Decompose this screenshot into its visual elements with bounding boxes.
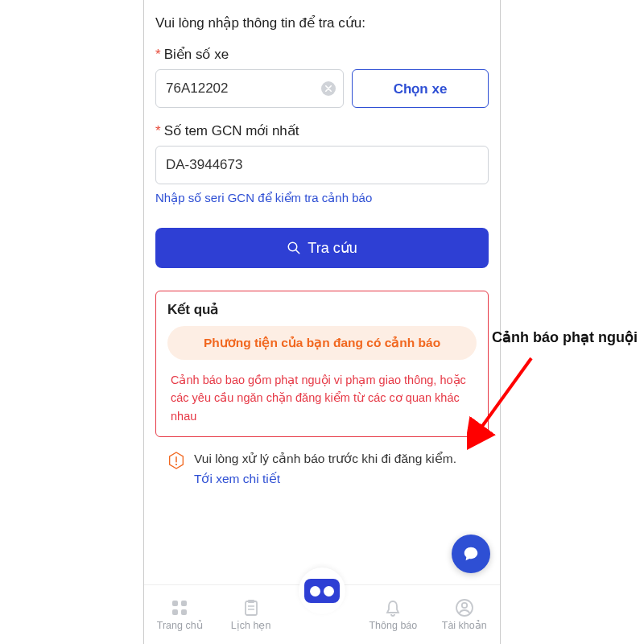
- plate-label: *Biển số xe: [155, 46, 489, 63]
- user-icon: [455, 598, 474, 617]
- clear-plate-icon[interactable]: [321, 81, 336, 96]
- result-box: Kết quả Phương tiện của bạn đang có cảnh…: [155, 291, 489, 437]
- warning-detail: Cảnh báo bao gồm phạt nguội vi phạm giao…: [167, 371, 477, 425]
- svg-rect-4: [172, 601, 178, 606]
- tab-notifications-label: Thông báo: [369, 620, 417, 631]
- svg-rect-5: [181, 601, 187, 606]
- tab-home-label: Trang chủ: [157, 619, 203, 631]
- action-row: Vui lòng xử lý cảnh báo trước khi đi đăn…: [155, 437, 489, 485]
- clipboard-icon: [242, 598, 261, 617]
- gcn-label: *Số tem GCN mới nhất: [155, 122, 489, 139]
- chat-icon: [462, 545, 480, 563]
- search-button[interactable]: Tra cứu: [155, 228, 489, 268]
- required-star: *: [155, 123, 161, 138]
- plate-label-text: Biển số xe: [164, 47, 229, 62]
- svg-point-13: [462, 603, 467, 608]
- tabbar: Trang chủ Lịch hẹn Thông báo Tài khoản: [144, 584, 500, 644]
- svg-rect-6: [172, 609, 178, 615]
- view-detail-link[interactable]: Tới xem chi tiết: [194, 472, 456, 486]
- action-text: Vui lòng xử lý cảnh báo trước khi đi đăn…: [194, 450, 456, 468]
- warning-pill: Phương tiện của bạn đang có cảnh báo: [167, 326, 477, 360]
- form-prompt: Vui lòng nhập thông tin để tra cứu:: [155, 14, 489, 31]
- tab-home[interactable]: Trang chủ: [147, 598, 212, 631]
- result-title: Kết quả: [167, 301, 477, 318]
- search-button-label: Tra cứu: [308, 239, 357, 257]
- gcn-input[interactable]: [155, 146, 489, 184]
- tab-notifications[interactable]: Thông báo: [361, 599, 425, 631]
- svg-rect-7: [181, 609, 187, 615]
- tab-account[interactable]: Tài khoản: [432, 598, 497, 631]
- tab-schedule[interactable]: Lịch hẹn: [219, 598, 283, 631]
- alert-hexagon-icon: [168, 452, 184, 469]
- tab-account-label: Tài khoản: [442, 619, 487, 631]
- chat-fab[interactable]: [452, 535, 490, 573]
- grid-icon: [170, 598, 189, 617]
- gcn-label-text: Số tem GCN mới nhất: [164, 123, 299, 138]
- svg-line-1: [296, 250, 300, 254]
- goggles-icon: [304, 579, 340, 603]
- svg-point-3: [175, 464, 177, 465]
- required-star: *: [155, 47, 161, 62]
- bell-icon: [383, 599, 402, 618]
- svg-rect-8: [246, 601, 257, 615]
- gcn-hint-link[interactable]: Nhập số seri GCN để kiểm tra cảnh báo: [155, 191, 489, 205]
- select-vehicle-button[interactable]: Chọn xe: [352, 69, 489, 108]
- tab-schedule-label: Lịch hẹn: [231, 619, 271, 631]
- tab-center-button[interactable]: [299, 568, 345, 614]
- plate-input[interactable]: [155, 69, 344, 108]
- search-icon: [287, 241, 301, 255]
- annotation-label: Cảnh báo phạt nguội: [492, 328, 638, 346]
- svg-rect-9: [248, 600, 254, 603]
